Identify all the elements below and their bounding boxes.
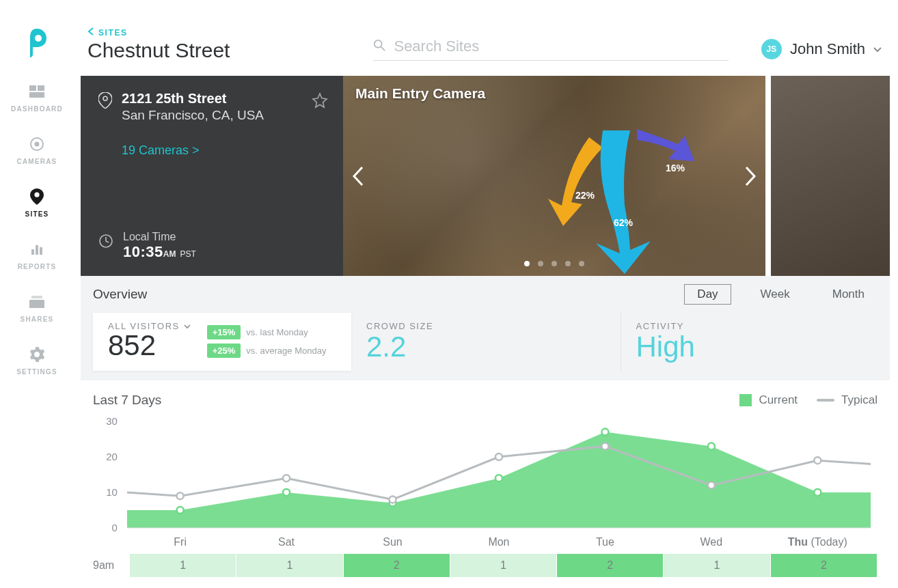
heat-cell[interactable]: 2 bbox=[771, 554, 877, 577]
card-visitors-deltas: +15% vs. last Monday +25% vs. average Mo… bbox=[207, 321, 327, 361]
heat-cell[interactable]: 2 bbox=[344, 554, 450, 577]
svg-rect-1 bbox=[29, 85, 36, 91]
dashboard-icon bbox=[29, 83, 45, 100]
delta-text: vs. average Monday bbox=[246, 346, 326, 356]
favorite-button[interactable] bbox=[312, 92, 328, 111]
nav-label: DASHBOARD bbox=[11, 105, 63, 113]
nav-item-sites[interactable]: SITES bbox=[0, 188, 74, 218]
carousel-dot[interactable] bbox=[579, 261, 584, 266]
card-crowd-label: CROWD SIZE bbox=[366, 321, 606, 331]
svg-point-20 bbox=[177, 507, 184, 514]
sidebar: DASHBOARD CAMERAS SITES REPORTS SHARES S… bbox=[0, 0, 74, 588]
nav-label: CAMERAS bbox=[17, 158, 57, 165]
local-time-ampm: AM bbox=[163, 249, 176, 259]
app-logo bbox=[25, 27, 49, 59]
svg-point-32 bbox=[708, 482, 715, 489]
nav-item-settings[interactable]: SETTINGS bbox=[0, 346, 74, 376]
user-menu[interactable]: JS John Smith bbox=[761, 39, 882, 59]
svg-point-25 bbox=[708, 443, 715, 449]
local-time-value: 10:35 bbox=[123, 243, 163, 260]
search-input[interactable] bbox=[392, 37, 728, 56]
range-seg-month[interactable]: Month bbox=[819, 284, 877, 305]
flow-label-22: 22% bbox=[575, 190, 595, 201]
card-activity-label: ACTIVITY bbox=[636, 321, 875, 331]
pin-icon bbox=[29, 188, 45, 205]
gear-icon bbox=[29, 346, 45, 363]
svg-text:20: 20 bbox=[106, 451, 118, 462]
nav-item-cameras[interactable]: CAMERAS bbox=[0, 136, 74, 165]
heat-cell[interactable]: 2 bbox=[557, 554, 664, 577]
svg-text:Sat: Sat bbox=[278, 536, 295, 548]
site-hero: 2121 25th Street San Francisco, CA, USA … bbox=[81, 76, 890, 276]
breadcrumb-parent-label: SITES bbox=[98, 28, 128, 38]
cameras-link[interactable]: 19 Cameras > bbox=[122, 143, 325, 158]
search-icon bbox=[373, 39, 392, 54]
svg-text:30: 30 bbox=[106, 415, 118, 427]
svg-text:Wed: Wed bbox=[700, 536, 723, 548]
svg-rect-10 bbox=[29, 300, 44, 308]
svg-point-0 bbox=[35, 35, 42, 42]
search-box[interactable] bbox=[373, 37, 728, 61]
carousel-prev-button[interactable] bbox=[349, 161, 368, 191]
card-crowd-value: 2.2 bbox=[366, 333, 606, 361]
svg-point-27 bbox=[177, 492, 184, 499]
nav-label: SITES bbox=[25, 210, 49, 218]
camera-name: Main Entry Camera bbox=[355, 85, 485, 102]
chevron-down-icon bbox=[873, 43, 882, 55]
nav-label: REPORTS bbox=[18, 263, 57, 270]
overview-bar: Overview Day Week Month bbox=[81, 276, 890, 313]
svg-point-30 bbox=[495, 453, 502, 460]
svg-text:Fri: Fri bbox=[174, 536, 187, 548]
carousel-dot[interactable] bbox=[552, 261, 557, 266]
svg-line-13 bbox=[381, 47, 385, 51]
avatar: JS bbox=[761, 39, 782, 59]
clock-icon bbox=[98, 234, 113, 249]
svg-rect-8 bbox=[36, 245, 38, 255]
camera-carousel: Main Entry Camera 22% 62% 16% bbox=[343, 76, 765, 276]
heat-cell[interactable]: 1 bbox=[130, 554, 236, 577]
carousel-dot[interactable] bbox=[538, 261, 543, 266]
carousel-dot[interactable] bbox=[565, 261, 571, 266]
delta-row: +15% vs. last Monday bbox=[207, 325, 327, 339]
svg-text:0: 0 bbox=[112, 522, 118, 533]
card-activity: ACTIVITY High bbox=[621, 313, 890, 371]
hourly-heat-row: 9am 1121212 bbox=[81, 554, 890, 577]
nav-item-shares[interactable]: SHARES bbox=[0, 294, 74, 323]
next-camera-preview[interactable] bbox=[771, 76, 890, 276]
page-title: Chestnut Street bbox=[87, 39, 230, 62]
range-seg-day[interactable]: Day bbox=[684, 284, 731, 305]
range-toggle: Day Week Month bbox=[684, 284, 877, 305]
svg-point-5 bbox=[35, 142, 40, 147]
svg-rect-7 bbox=[31, 249, 34, 255]
svg-point-23 bbox=[495, 475, 502, 481]
svg-point-26 bbox=[814, 489, 821, 496]
heat-cell[interactable]: 1 bbox=[664, 554, 770, 577]
nav-item-reports[interactable]: REPORTS bbox=[0, 241, 74, 270]
svg-rect-11 bbox=[31, 296, 42, 298]
range-seg-week[interactable]: Week bbox=[748, 284, 803, 305]
card-activity-value: High bbox=[636, 333, 875, 361]
nav-item-dashboard[interactable]: DASHBOARD bbox=[0, 83, 74, 113]
legend-swatch-current bbox=[739, 394, 752, 406]
card-crowd-size: CROWD SIZE 2.2 bbox=[351, 313, 621, 371]
heat-cells: 1121212 bbox=[130, 554, 877, 577]
chart-title: Last 7 Days bbox=[93, 393, 161, 408]
svg-point-28 bbox=[283, 475, 290, 481]
chevron-down-icon bbox=[184, 321, 191, 331]
traffic-flow-overlay: 22% 62% 16% bbox=[548, 124, 705, 274]
heat-cell[interactable]: 1 bbox=[236, 554, 343, 577]
svg-point-14 bbox=[103, 96, 107, 100]
last-7-days-chart: 0102030FriSatSunMonTueWedThu (Today) bbox=[93, 415, 877, 551]
breadcrumb: SITES Chestnut Street bbox=[87, 27, 230, 62]
local-time: Local Time 10:35AMPST bbox=[98, 231, 196, 261]
svg-point-12 bbox=[375, 40, 382, 48]
carousel-dot[interactable] bbox=[524, 261, 530, 266]
svg-text:Tue: Tue bbox=[596, 536, 614, 548]
topbar: SITES Chestnut Street JS John Smith bbox=[81, 0, 890, 66]
carousel-next-button[interactable] bbox=[741, 161, 760, 191]
heat-cell[interactable]: 1 bbox=[450, 554, 557, 577]
main-content: SITES Chestnut Street JS John Smith bbox=[74, 0, 898, 588]
svg-rect-3 bbox=[29, 92, 44, 98]
breadcrumb-parent-link[interactable]: SITES bbox=[87, 27, 230, 38]
card-visitors-value: 852 bbox=[108, 331, 191, 360]
